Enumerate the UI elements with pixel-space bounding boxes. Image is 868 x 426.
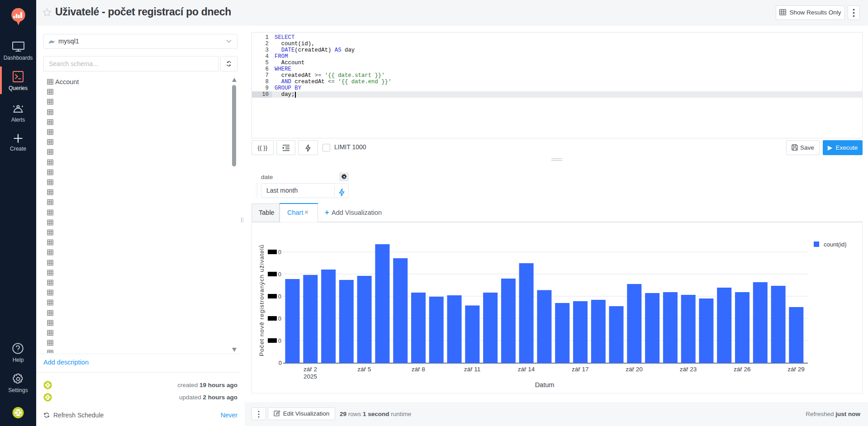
svg-text:zář 5: zář 5 — [357, 366, 371, 373]
svg-text:0: 0 — [278, 293, 281, 300]
svg-text:0: 0 — [278, 315, 281, 322]
svg-text:0: 0 — [278, 337, 281, 344]
svg-text:Datum: Datum — [535, 381, 555, 388]
svg-text:2025: 2025 — [304, 373, 317, 380]
svg-text:zář 26: zář 26 — [734, 366, 751, 373]
svg-text:zář 2: zář 2 — [304, 366, 317, 373]
svg-text:zář 29: zář 29 — [787, 366, 805, 373]
svg-text:zář 17: zář 17 — [572, 366, 589, 373]
svg-text:0: 0 — [278, 271, 281, 278]
svg-text:zář 20: zář 20 — [626, 366, 643, 373]
svg-text:0: 0 — [278, 249, 281, 256]
svg-text:zář 23: zář 23 — [680, 366, 697, 373]
svg-text:zář 14: zář 14 — [518, 366, 535, 373]
svg-text:count(id): count(id) — [824, 241, 847, 248]
svg-text:Počet nově registrovaných uživ: Počet nově registrovaných uživatelů — [258, 244, 265, 356]
svg-text:0: 0 — [279, 360, 282, 366]
svg-text:zář 8: zář 8 — [412, 366, 425, 373]
svg-text:zář 11: zář 11 — [464, 366, 481, 373]
